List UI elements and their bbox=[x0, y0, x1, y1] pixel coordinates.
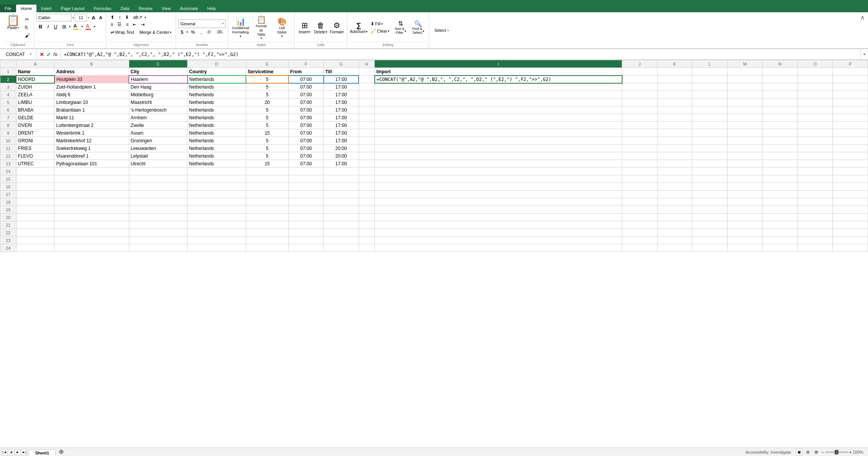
cell-A11[interactable]: FRIES bbox=[16, 145, 54, 152]
cell-J23[interactable] bbox=[622, 237, 657, 244]
cell-O3[interactable] bbox=[797, 83, 833, 91]
align-center-button[interactable]: ☰ bbox=[115, 21, 124, 28]
cell-O24[interactable] bbox=[797, 244, 833, 252]
cell-H24[interactable] bbox=[359, 244, 375, 252]
font-size-input[interactable] bbox=[75, 14, 87, 21]
cell-E11[interactable]: 5 bbox=[246, 145, 288, 152]
cell-D21[interactable] bbox=[188, 221, 246, 229]
cell-L2[interactable] bbox=[692, 76, 728, 83]
align-bottom-button[interactable]: ⬇ bbox=[123, 14, 131, 21]
cell-I10[interactable] bbox=[375, 137, 622, 145]
name-box-input[interactable] bbox=[2, 52, 29, 57]
cell-styles-arrow[interactable]: ▾ bbox=[281, 35, 283, 38]
cell-J13[interactable] bbox=[622, 160, 657, 168]
cell-B24[interactable] bbox=[54, 244, 129, 252]
cell-N9[interactable] bbox=[763, 129, 798, 137]
cell-I22[interactable] bbox=[375, 229, 622, 237]
row-num-13[interactable]: 13 bbox=[0, 160, 16, 168]
cell-I14[interactable] bbox=[375, 168, 622, 175]
cell-H8[interactable] bbox=[359, 122, 375, 129]
underline-button[interactable]: U bbox=[51, 23, 59, 30]
cell-N14[interactable] bbox=[763, 168, 798, 175]
cell-I24[interactable] bbox=[375, 244, 622, 252]
comma-button[interactable]: , bbox=[198, 29, 204, 36]
cell-N13[interactable] bbox=[763, 160, 798, 168]
cell-N16[interactable] bbox=[763, 183, 798, 191]
cell-A22[interactable] bbox=[16, 229, 54, 237]
cell-I7[interactable] bbox=[375, 114, 622, 122]
cell-G17[interactable] bbox=[324, 191, 359, 198]
cell-P24[interactable] bbox=[833, 244, 868, 252]
cell-D6[interactable]: Netherlands bbox=[188, 106, 246, 114]
cell-F9[interactable]: 07:00 bbox=[288, 129, 324, 137]
cell-J14[interactable] bbox=[622, 168, 657, 175]
cell-I15[interactable] bbox=[375, 175, 622, 183]
row-num-21[interactable]: 21 bbox=[0, 221, 16, 229]
cell-P13[interactable] bbox=[833, 160, 868, 168]
cell-I18[interactable] bbox=[375, 198, 622, 206]
cell-I6[interactable] bbox=[375, 106, 622, 114]
cell-E6[interactable]: 5 bbox=[246, 106, 288, 114]
cell-B19[interactable] bbox=[54, 206, 129, 214]
increase-decimal-button[interactable]: .0↑ bbox=[205, 29, 214, 35]
cell-F15[interactable] bbox=[288, 175, 324, 183]
cell-J10[interactable] bbox=[622, 137, 657, 145]
cell-O11[interactable] bbox=[797, 145, 833, 152]
cell-G20[interactable] bbox=[324, 214, 359, 221]
cell-F6[interactable]: 07:00 bbox=[288, 106, 324, 114]
cell-D1[interactable]: Country bbox=[188, 68, 246, 76]
cell-G11[interactable]: 20:00 bbox=[324, 145, 359, 152]
cell-F17[interactable] bbox=[288, 191, 324, 198]
cell-D5[interactable]: Netherlands bbox=[188, 99, 246, 106]
cell-N10[interactable] bbox=[763, 137, 798, 145]
font-size-dropdown-arrow[interactable]: ▾ bbox=[88, 16, 89, 20]
cell-L4[interactable] bbox=[692, 91, 728, 99]
sort-filter-button[interactable]: ⇅ Sort &Filter ▾ bbox=[392, 19, 409, 36]
cell-E17[interactable] bbox=[246, 191, 288, 198]
paste-button[interactable]: 📋 Paste ▾ bbox=[4, 14, 23, 41]
cell-E2[interactable]: 5 bbox=[246, 76, 288, 83]
cell-A16[interactable] bbox=[16, 183, 54, 191]
cell-E24[interactable] bbox=[246, 244, 288, 252]
row-num-24[interactable]: 24 bbox=[0, 244, 16, 252]
cell-P3[interactable] bbox=[833, 83, 868, 91]
scroll-to-end-button[interactable]: ►| bbox=[21, 449, 27, 455]
cell-M15[interactable] bbox=[727, 175, 763, 183]
cell-H7[interactable] bbox=[359, 114, 375, 122]
fill-button[interactable]: ⬇ Fill ▾ bbox=[369, 20, 391, 27]
cell-C24[interactable] bbox=[129, 244, 188, 252]
cell-P18[interactable] bbox=[833, 198, 868, 206]
cell-P11[interactable] bbox=[833, 145, 868, 152]
font-name-input[interactable] bbox=[36, 14, 72, 21]
row-num-2[interactable]: 2 bbox=[0, 76, 16, 83]
cell-A24[interactable] bbox=[16, 244, 54, 252]
cell-B4[interactable]: Abdij 6 bbox=[54, 91, 129, 99]
cell-A23[interactable] bbox=[16, 237, 54, 244]
cell-C19[interactable] bbox=[129, 206, 188, 214]
cell-A9[interactable]: DRENT bbox=[16, 129, 54, 137]
cell-C5[interactable]: Maastricht bbox=[129, 99, 188, 106]
cell-N24[interactable] bbox=[763, 244, 798, 252]
cell-H18[interactable] bbox=[359, 198, 375, 206]
col-header-D[interactable]: D bbox=[188, 60, 246, 68]
cell-K15[interactable] bbox=[657, 175, 692, 183]
cell-K6[interactable] bbox=[657, 106, 692, 114]
cell-L13[interactable] bbox=[692, 160, 728, 168]
align-top-button[interactable]: ⬆ bbox=[109, 14, 116, 21]
decrease-indent-button[interactable]: ⇤ bbox=[131, 21, 138, 28]
cell-A6[interactable]: BRABA bbox=[16, 106, 54, 114]
cell-O21[interactable] bbox=[797, 221, 833, 229]
cell-I12[interactable] bbox=[375, 152, 622, 160]
cell-K3[interactable] bbox=[657, 83, 692, 91]
tab-automate[interactable]: Automate bbox=[175, 5, 203, 12]
cell-F8[interactable]: 07:00 bbox=[288, 122, 324, 129]
cell-N5[interactable] bbox=[763, 99, 798, 106]
cell-M2[interactable] bbox=[727, 76, 763, 83]
cell-G9[interactable]: 17:00 bbox=[324, 129, 359, 137]
cell-L10[interactable] bbox=[692, 137, 728, 145]
cell-E16[interactable] bbox=[246, 183, 288, 191]
cell-J1[interactable] bbox=[622, 68, 657, 76]
cell-G8[interactable]: 17:00 bbox=[324, 122, 359, 129]
tab-file[interactable]: File bbox=[0, 5, 16, 12]
formula-expand-button[interactable]: ▾ bbox=[860, 49, 868, 59]
